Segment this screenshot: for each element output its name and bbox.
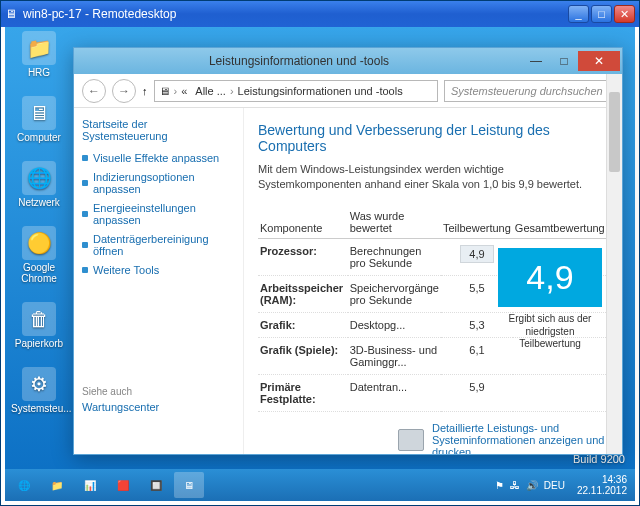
- cp-title: Leistungsinformationen und -tools: [76, 54, 522, 68]
- sidebar-link[interactable]: Datenträgerbereinigung öffnen: [82, 233, 235, 257]
- overall-score-value: 4,9: [498, 248, 602, 307]
- sidebar-home-link[interactable]: Startseite der Systemsteuerung: [82, 118, 235, 142]
- overall-score: 4,9 Ergibt sich aus der niedrigsten Teil…: [498, 248, 602, 351]
- minimize-button[interactable]: _: [568, 5, 589, 23]
- desktop-icon[interactable]: 🖥Computer: [11, 96, 67, 143]
- sidebar-link[interactable]: Visuelle Effekte anpassen: [82, 152, 235, 164]
- scroll-thumb[interactable]: [609, 92, 620, 172]
- row-what: Datentran...: [348, 374, 441, 411]
- taskbar: 🌐 📁 📊 🟥 🔲 🖥 ⚑ 🖧 🔊 DEU 14:36 22.11.2012: [5, 469, 635, 501]
- desktop-icon-label: HRG: [11, 67, 67, 78]
- desktop-icon-label: Computer: [11, 132, 67, 143]
- remote-desktop-window: 🖥 win8-pc-17 - Remotedesktop _ □ ✕ 📁HRG🖥…: [0, 0, 640, 506]
- up-button[interactable]: ↑: [142, 85, 148, 97]
- maximize-button[interactable]: □: [591, 5, 612, 23]
- col-component: Komponente: [258, 206, 348, 239]
- taskbar-explorer-icon[interactable]: 📁: [42, 472, 72, 498]
- desktop-icon-label: Google Chrome: [11, 262, 67, 284]
- cp-sidebar: Startseite der Systemsteuerung Visuelle …: [74, 108, 244, 454]
- tray-network-icon[interactable]: 🖧: [510, 480, 520, 491]
- table-row: Primäre Festplatte:Datentran...5,9: [258, 374, 608, 411]
- col-overall: Gesamtbewertung: [513, 206, 608, 239]
- win8-desktop: 📁HRG🖥Computer🌐Netzwerk🟡Google Chrome🗑Pap…: [5, 27, 635, 501]
- taskbar-clock[interactable]: 14:36 22.11.2012: [577, 474, 627, 496]
- desktop-icon-label: Systemsteu...: [11, 403, 67, 414]
- desktop-icon-label: Netzwerk: [11, 197, 67, 208]
- row-label: Primäre Festplatte:: [258, 374, 348, 411]
- system-tray[interactable]: ⚑ 🖧 🔊 DEU 14:36 22.11.2012: [495, 474, 631, 496]
- row-what: Speichervorgänge pro Sekunde: [348, 275, 441, 312]
- bullet-icon: [82, 242, 88, 248]
- rd-title: win8-pc-17 - Remotedesktop: [23, 7, 566, 21]
- desktop-icon-glyph: 📁: [22, 31, 56, 65]
- taskbar-ie-icon[interactable]: 🌐: [9, 472, 39, 498]
- cp-body: Startseite der Systemsteuerung Visuelle …: [74, 108, 622, 454]
- cp-titlebar: Leistungsinformationen und -tools — □ ✕: [74, 48, 622, 74]
- sidebar-link[interactable]: Indizierungsoptionen anpassen: [82, 171, 235, 195]
- taskbar-app1-icon[interactable]: 📊: [75, 472, 105, 498]
- breadcrumb-icon: 🖥: [159, 85, 170, 97]
- cp-close-button[interactable]: ✕: [578, 51, 620, 71]
- see-also-label: Siehe auch: [82, 386, 235, 397]
- desktop-icons-column: 📁HRG🖥Computer🌐Netzwerk🟡Google Chrome🗑Pap…: [11, 31, 67, 414]
- desktop-icon-glyph: 🟡: [22, 226, 56, 260]
- tray-flag-icon[interactable]: ⚑: [495, 480, 504, 491]
- col-subscore: Teilbewertung: [441, 206, 513, 239]
- taskbar-app3-icon[interactable]: 🔲: [141, 472, 171, 498]
- tray-lang[interactable]: DEU: [544, 480, 565, 491]
- desktop-icon[interactable]: 🌐Netzwerk: [11, 161, 67, 208]
- col-what: Was wurde bewertet: [348, 206, 441, 239]
- rd-titlebar: 🖥 win8-pc-17 - Remotedesktop _ □ ✕: [1, 1, 639, 27]
- breadcrumb[interactable]: 🖥 › « Alle ... › Leistungsinformationen …: [154, 80, 439, 102]
- tray-sound-icon[interactable]: 🔊: [526, 480, 538, 491]
- row-label: Grafik:: [258, 312, 348, 337]
- bullet-icon: [82, 211, 88, 217]
- bullet-icon: [82, 155, 88, 161]
- desktop-icon-glyph: 🗑: [22, 302, 56, 336]
- control-panel-window: Leistungsinformationen und -tools — □ ✕ …: [73, 47, 623, 455]
- row-score: 5,9: [441, 374, 513, 411]
- taskbar-app2-icon[interactable]: 🟥: [108, 472, 138, 498]
- desktop-icon[interactable]: ⚙Systemsteu...: [11, 367, 67, 414]
- taskbar-controlpanel-icon[interactable]: 🖥: [174, 472, 204, 498]
- row-label: Grafik (Spiele):: [258, 337, 348, 374]
- page-description: Mit dem Windows-Leistungsindex werden wi…: [258, 162, 608, 192]
- scrollbar[interactable]: [606, 74, 622, 454]
- search-input[interactable]: Systemsteuerung durchsuchen: [444, 80, 614, 102]
- close-button[interactable]: ✕: [614, 5, 635, 23]
- desktop-icon-glyph: 🌐: [22, 161, 56, 195]
- see-also-link[interactable]: Wartungscenter: [82, 401, 235, 413]
- detail-link[interactable]: Detaillierte Leistungs- und Systeminform…: [398, 422, 608, 454]
- page-heading: Bewertung und Verbesserung der Leistung …: [258, 122, 608, 154]
- cp-main: Bewertung und Verbesserung der Leistung …: [244, 108, 622, 454]
- desktop-icon-label: Papierkorb: [11, 338, 67, 349]
- forward-button[interactable]: →: [112, 79, 136, 103]
- printer-icon: [398, 429, 424, 451]
- overall-score-sub: Ergibt sich aus der niedrigsten Teilbewe…: [498, 313, 602, 351]
- sidebar-links: Visuelle Effekte anpassenIndizierungsopt…: [82, 152, 235, 276]
- cp-toolbar: ← → ↑ 🖥 › « Alle ... › Leistungsinformat…: [74, 74, 622, 108]
- bullet-icon: [82, 267, 88, 273]
- bullet-icon: [82, 180, 88, 186]
- cp-maximize-button[interactable]: □: [550, 51, 578, 71]
- back-button[interactable]: ←: [82, 79, 106, 103]
- row-what: 3D-Business- und Gaminggr...: [348, 337, 441, 374]
- rd-icon: 🖥: [5, 7, 17, 21]
- row-label: Prozessor:: [258, 238, 348, 275]
- sidebar-link[interactable]: Energieeinstellungen anpassen: [82, 202, 235, 226]
- desktop-icon[interactable]: 🟡Google Chrome: [11, 226, 67, 284]
- row-what: Berechnungen pro Sekunde: [348, 238, 441, 275]
- desktop-icon-glyph: ⚙: [22, 367, 56, 401]
- cp-minimize-button[interactable]: —: [522, 51, 550, 71]
- row-what: Desktopg...: [348, 312, 441, 337]
- desktop-icon[interactable]: 📁HRG: [11, 31, 67, 78]
- desktop-icon-glyph: 🖥: [22, 96, 56, 130]
- desktop-icon[interactable]: 🗑Papierkorb: [11, 302, 67, 349]
- row-label: Arbeitsspeicher (RAM):: [258, 275, 348, 312]
- sidebar-link[interactable]: Weitere Tools: [82, 264, 235, 276]
